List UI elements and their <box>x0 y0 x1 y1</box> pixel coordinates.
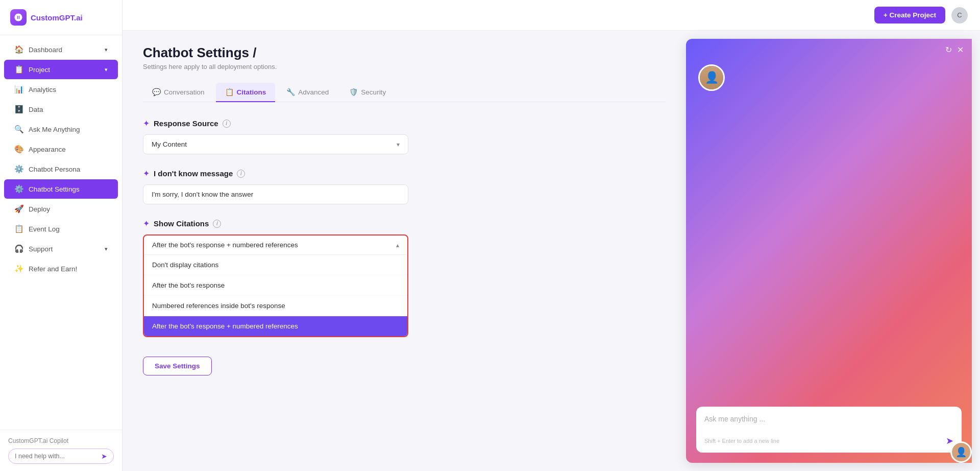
support-icon: 🎧 <box>14 244 23 253</box>
info-icon[interactable]: i <box>223 120 231 128</box>
chatbot-input-area: Ask me anything ... Shift + Enter to add… <box>696 407 962 453</box>
chatbot-input-footer: Shift + Enter to add a new line ➤ <box>704 435 953 446</box>
citations-select-header[interactable]: After the bot's response + numbered refe… <box>144 236 407 255</box>
main-area: + Create Project C Chatbot Settings / Se… <box>122 0 980 471</box>
send-icon[interactable]: ➤ <box>101 452 107 460</box>
response-source-selected: My Content <box>152 140 187 148</box>
sidebar-item-ask-me-anything[interactable]: 🔍 Ask Me Anything <box>4 120 118 139</box>
response-source-section: ✦ Response Source i My Content ▾ <box>143 119 666 154</box>
sidebar-item-chatbot-persona[interactable]: ⚙️ Chatbot Persona <box>4 159 118 179</box>
sidebar-item-label: Event Log <box>29 225 60 233</box>
sidebar-item-label: Chatbot Settings <box>29 185 80 193</box>
tab-label: Citations <box>237 88 266 96</box>
sparkle-icon: ✦ <box>143 169 150 178</box>
tab-label: Security <box>361 88 386 96</box>
show-citations-section: ✦ Show Citations i After the bot's respo… <box>143 219 666 337</box>
section-header: ✦ Show Citations i <box>143 219 666 228</box>
sparkle-icon: ✦ <box>143 119 150 128</box>
chatbot-send-button[interactable]: ➤ <box>946 435 953 446</box>
response-source-dropdown[interactable]: My Content ▾ <box>143 134 408 154</box>
sidebar-item-support[interactable]: 🎧 Support ▾ <box>4 239 118 258</box>
sidebar-item-label: Deploy <box>29 205 50 213</box>
chevron-up-icon: ▴ <box>396 242 399 249</box>
chevron-down-icon: ▾ <box>105 246 108 252</box>
sparkle-icon: ✦ <box>143 219 150 228</box>
project-icon: 📋 <box>14 65 23 74</box>
log-icon: 📋 <box>14 224 23 233</box>
sidebar-item-refer-and-earn[interactable]: ✨ Refer and Earn! <box>4 259 118 278</box>
chatbot-topbar: ↻ ✕ <box>686 39 972 61</box>
user-avatar[interactable]: C <box>951 7 968 23</box>
sidebar-item-label: Chatbot Persona <box>29 166 80 173</box>
citations-option-3[interactable]: Numbered references inside bot's respons… <box>144 296 407 316</box>
sidebar-item-data[interactable]: 🗄️ Data <box>4 100 118 119</box>
page-subtitle: Settings here apply to all deployment op… <box>143 63 666 70</box>
tab-label: Conversation <box>164 88 205 96</box>
tab-advanced[interactable]: 🔧 Advanced <box>277 83 338 102</box>
copilot-label: CustomGPT.ai Copilot <box>8 437 114 444</box>
sidebar: CustomGPT.ai 🏠 Dashboard ▾ 📋 Project ▾ 📊… <box>0 0 122 471</box>
sidebar-item-project[interactable]: 📋 Project ▾ <box>4 60 118 79</box>
star-icon: ✨ <box>14 264 23 273</box>
bot-avatar: 👤 <box>698 64 725 91</box>
dashboard-icon: 🏠 <box>14 45 23 54</box>
response-source-title: Response Source <box>154 119 218 128</box>
save-settings-button[interactable]: Save Settings <box>143 357 212 375</box>
sidebar-item-label: Project <box>29 66 50 74</box>
persona-icon: ⚙️ <box>14 164 23 174</box>
info-icon[interactable]: i <box>213 220 221 228</box>
citations-option-4[interactable]: After the bot's response + numbered refe… <box>144 316 407 336</box>
search-icon: 🔍 <box>14 125 23 134</box>
sidebar-item-label: Dashboard <box>29 46 62 54</box>
close-icon[interactable]: ✕ <box>957 45 964 55</box>
response-source-dropdown-wrap: My Content ▾ <box>143 134 666 154</box>
page-title: Chatbot Settings / <box>143 45 666 61</box>
tab-label: Advanced <box>298 88 329 96</box>
refresh-icon[interactable]: ↻ <box>945 45 952 55</box>
sidebar-item-label: Support <box>29 245 53 253</box>
tab-conversation[interactable]: 💬 Conversation <box>143 83 214 102</box>
copilot-input-wrap: ➤ <box>8 449 114 464</box>
chevron-down-icon: ▾ <box>105 66 108 73</box>
sidebar-item-label: Refer and Earn! <box>29 265 77 273</box>
citations-option-1[interactable]: Don't display citations <box>144 255 407 275</box>
sidebar-item-deploy[interactable]: 🚀 Deploy <box>4 199 118 219</box>
show-citations-title: Show Citations <box>154 219 209 228</box>
deploy-icon: 🚀 <box>14 204 23 214</box>
create-project-button[interactable]: + Create Project <box>874 7 945 23</box>
sidebar-item-chatbot-settings[interactable]: ⚙️ Chatbot Settings <box>4 179 118 199</box>
chatbot-input-hint: Shift + Enter to add a new line <box>704 438 779 444</box>
sidebar-item-label: Appearance <box>29 146 66 153</box>
tab-security[interactable]: 🛡️ Security <box>340 83 395 102</box>
sidebar-item-label: Data <box>29 106 43 113</box>
chatbot-preview: ↻ ✕ 👤 Ask me anything ... Shift + Enter … <box>686 39 972 463</box>
settings-icon: ⚙️ <box>14 184 23 194</box>
citations-current-value: After the bot's response + numbered refe… <box>152 241 298 249</box>
logo-area: CustomGPT.ai <box>0 0 122 35</box>
tabs: 💬 Conversation 📋 Citations 🔧 Advanced 🛡️… <box>143 83 666 102</box>
sidebar-item-analytics[interactable]: 📊 Analytics <box>4 80 118 99</box>
info-icon[interactable]: i <box>237 170 245 178</box>
logo-text: CustomGPT.ai <box>31 13 83 22</box>
section-header: ✦ I don't know message i <box>143 169 666 178</box>
sidebar-item-appearance[interactable]: 🎨 Appearance <box>4 139 118 159</box>
citations-select-wrap: After the bot's response + numbered refe… <box>143 234 408 337</box>
settings-panel: Chatbot Settings / Settings here apply t… <box>122 31 686 471</box>
copilot-input[interactable] <box>15 453 101 460</box>
copilot-section: CustomGPT.ai Copilot ➤ <box>0 430 122 471</box>
dont-know-input[interactable] <box>143 184 408 204</box>
logo-icon <box>10 9 27 26</box>
chatbot-input-placeholder: Ask me anything ... <box>704 415 953 431</box>
chevron-down-icon: ▾ <box>105 46 108 53</box>
conversation-tab-icon: 💬 <box>152 88 161 96</box>
section-header: ✦ Response Source i <box>143 119 666 128</box>
tab-citations[interactable]: 📋 Citations <box>216 83 276 102</box>
user-avatar-corner: 👤 <box>950 441 972 463</box>
citations-option-2[interactable]: After the bot's response <box>144 275 407 296</box>
security-tab-icon: 🛡️ <box>349 88 358 96</box>
topbar: + Create Project C <box>122 0 980 31</box>
sidebar-item-dashboard[interactable]: 🏠 Dashboard ▾ <box>4 40 118 59</box>
content-area: Chatbot Settings / Settings here apply t… <box>122 31 980 471</box>
sidebar-item-event-log[interactable]: 📋 Event Log <box>4 219 118 239</box>
analytics-icon: 📊 <box>14 85 23 94</box>
